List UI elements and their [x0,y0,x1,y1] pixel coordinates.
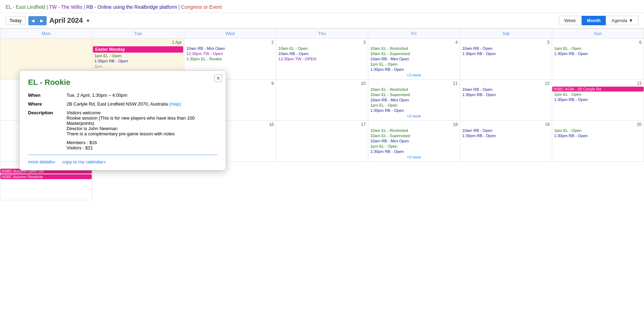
next-button[interactable]: ▶ [37,16,47,25]
event-10am-rb-mini-w3[interactable]: 10am RB - Mini Open [369,139,459,143]
popup-desc-label: Description [28,110,67,150]
event-130pm-rb-open-sat1[interactable]: 1:30pm RB - Open [553,51,643,56]
day-cell-apr10: 10 [276,80,368,121]
event-10am-rb-open-fri1[interactable]: 10am RB - Open [461,46,551,51]
event-130pm-rb-open-fri2[interactable]: 1:30pm RB - Open [461,92,551,97]
legend-event: Congress or Event [181,4,222,10]
day-cell-apr4: 4 10am EL - Restricted 10am EL - Supervi… [368,39,460,80]
event-10am-rb-mini-w2[interactable]: 10am RB - Mini Open [369,97,459,102]
nsbc-agm-event[interactable]: NSBC AGM - 2B Carlyle Rd [552,87,644,92]
month-title: April 2024 [49,16,83,25]
popup-desc-line2: Rookie session (This is for new players … [67,115,217,126]
dropdown-arrow[interactable]: ▼ [85,18,90,23]
popup-where-value: 2B Carlyle Rd, East Lindfield NSW 2070, … [67,101,181,107]
day-header-tue: Tue [92,29,184,39]
popup-desc-row: Description Visitors welcome Rookie sess… [28,110,217,150]
popup-where-row: Where 2B Carlyle Rd, East Lindfield NSW … [28,101,217,107]
day-number: 1 Apr [92,39,184,46]
more-link-apr4[interactable]: +2 more [368,72,460,78]
day-number: 5 [460,39,551,46]
day-cell-apr11: 11 10am EL - Restricted 10am EL - Superv… [368,80,460,121]
day-number: 18 [368,121,460,128]
popup-desc-line1: Visitors welcome [67,110,217,115]
week-view-button[interactable]: Week [559,16,581,25]
event-10am-el-supervised-w2[interactable]: 10am EL - Supervised [369,92,459,97]
event-130pm-rb-open-fri3[interactable]: 1:30pm RB - Open [461,133,551,138]
event-10am-el-restricted-w3[interactable]: 10am EL - Restricted [369,128,459,133]
event-130pm-rb-open-sat2[interactable]: 1:30pm RB - Open [553,97,643,102]
day-number: 6 [552,39,644,46]
event-130pm-rb-open[interactable]: 1:30pm RB - Open [93,59,183,63]
day-cell-apr6: 6 1pm EL - Open 1:30pm RB - Open [552,39,644,80]
event-1pm-el-open-sat3[interactable]: 1pm EL - Open [553,128,643,133]
day-number: 13 [552,80,644,87]
event-1pm-el-open-w1[interactable]: 1pm EL - Open [369,62,459,67]
event-10am-rb-open-fri2[interactable]: 10am RB - Open [461,87,551,92]
legend-rb: RB - Online using the Realbridge platfor… [86,4,177,10]
day-number: 4 [368,39,460,46]
easter-monday-event[interactable]: Easter Monday [93,46,183,53]
day-number: 2 [184,39,276,46]
event-130pm-rb-open-sat3[interactable]: 1:30pm RB - Open [553,133,643,138]
event-1230pm-tw[interactable]: 12:30pm TW - Open [185,51,275,56]
legend-el: EL - East Lindfield [6,4,45,10]
event-10am-el-restricted-w1[interactable]: 10am EL - Restricted [369,46,459,51]
popup-map-link[interactable]: (map) [169,101,181,107]
day-header-fri: Fri [368,29,460,39]
popup-desc-line4: There is a complimentary pre-game lesson… [67,131,217,136]
day-cell-apr5: 5 10am RB - Open 1:30pm RB - Open [460,39,552,80]
day-cell-apr13: 13 NSBC AGM - 2B Carlyle Rd 1pm EL - Ope… [552,80,644,121]
event-10am-el-supervised-w3[interactable]: 10am EL - Supervised [369,133,459,138]
event-130pm-rb-open-w3[interactable]: 1:30pm RB - Open [369,149,459,154]
event-1pm-el-open[interactable]: 1pm EL - Open [93,53,183,58]
event-1230pm-tw-open[interactable]: 12:30pm TW - OPEN [277,56,367,61]
day-cell-apr12: 12 10am RB - Open 1:30pm RB - Open [460,80,552,121]
day-header-thu: Thu [276,29,368,39]
day-number: 12 [460,80,551,87]
day-number: 19 [460,121,551,128]
day-cell-apr18: 18 10am EL - Restricted 10am EL - Superv… [368,121,460,162]
event-130pm-rb-open-w1[interactable]: 1:30pm RB - Open [369,67,459,72]
day-number: 20 [552,121,644,128]
month-view-button[interactable]: Month [582,16,606,25]
event-1pm-el-open-w3[interactable]: 1pm EL - Open [369,144,459,149]
event-popup: ✕ EL - Rookie When Tue, 2 April, 1:30pm … [19,70,226,170]
popup-close-button[interactable]: ✕ [214,74,222,82]
today-button[interactable]: Today [6,16,26,25]
event-130pm-el-rookie[interactable]: 1:30pm EL - Rookie [185,56,275,61]
event-10am-rb-mini-w1[interactable]: 10am RB - Mini Open [369,56,459,61]
more-link-apr11[interactable]: +2 more [368,113,460,119]
sep3: | [178,4,181,10]
agenda-view-button[interactable]: Agenda▼ [607,16,638,25]
event-1pm-el-open-sat2[interactable]: 1pm EL - Open [553,92,643,97]
day-number [0,39,92,41]
event-10am-el-supervised-w1[interactable]: 10am EL - Supervised [369,51,459,56]
popup-desc-line5: Members : $16 [67,140,217,145]
event-130pm-rb-open-w2[interactable]: 1:30pm RB - Open [369,108,459,113]
view-buttons: Week Month Agenda▼ [559,16,638,25]
popup-when-label: When [28,93,67,98]
popup-desc-line6: Visitors : $21 [67,145,217,150]
day-number: 17 [276,121,368,128]
prev-button[interactable]: ◀ [28,16,37,25]
more-details-link[interactable]: more details» [28,159,55,164]
day-header-sun: Sun [552,29,644,39]
nav-arrows: ◀ ▶ [28,16,47,25]
more-link-apr18[interactable]: +2 more [368,154,460,160]
event-10am-rb-open-fri3[interactable]: 10am RB - Open [461,128,551,133]
popup-desc-line3: Director is John Newman [67,126,217,131]
event-10am-el-open-w1[interactable]: 10am EL - Open [277,46,367,51]
popup-when-row: When Tue, 2 April, 1:30pm – 4:00pm [28,93,217,98]
event-10am-rb-mini[interactable]: 10am RB - Mini Open [185,46,275,51]
event-130pm-rb-open-fri1[interactable]: 1:30pm RB - Open [461,51,551,56]
event-2pm: 2pm... [93,64,183,69]
event-1pm-el-open-sat1[interactable]: 1pm EL - Open [553,46,643,51]
header-legend: EL - East Lindfield | TW - The Willis | … [0,0,644,13]
nav-bar: Today ◀ ▶ April 2024 ▼ Week Month Agenda… [0,13,644,28]
copy-calendar-link[interactable]: copy to my calendar» [62,159,106,164]
day-header-wed: Wed [184,29,276,39]
event-10am-el-restricted-w2[interactable]: 10am EL - Restricted [369,87,459,92]
event-10am-rb-open-w1[interactable]: 10am RB - Open [277,51,367,56]
event-1pm-el-open-w2[interactable]: 1pm EL - Open [369,103,459,108]
nsbc-autumn-restricted-event[interactable]: NSBC Autumn Restricte [0,174,92,179]
